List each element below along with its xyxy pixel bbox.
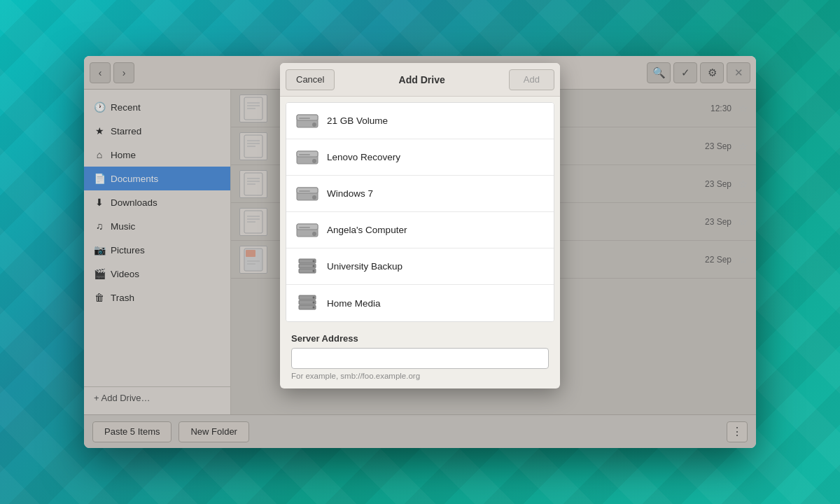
server-address-input[interactable] [291, 348, 549, 369]
drive-item-21gb[interactable]: 21 GB Volume [286, 103, 554, 139]
svg-point-41 [313, 270, 315, 272]
svg-point-26 [312, 159, 316, 163]
svg-point-47 [313, 307, 315, 309]
file-manager-window: ‹ › Home ▶ Documents 🔍 ✓ ⚙ ✕ 🕐 Recent ★ … [84, 56, 756, 448]
drive-list: 21 GB Volume Lenovo Recovery [286, 102, 554, 322]
drive-label: Home Media [327, 298, 381, 309]
svg-rect-27 [299, 154, 310, 155]
nas-icon [296, 294, 318, 312]
svg-point-45 [313, 297, 315, 299]
server-hint: For example, smb://foo.example.org [291, 372, 549, 380]
add-button[interactable]: Add [509, 69, 554, 90]
svg-point-46 [313, 302, 315, 304]
svg-rect-23 [299, 118, 310, 119]
drive-item-lenovo[interactable]: Lenovo Recovery [286, 139, 554, 176]
drive-label: Lenovo Recovery [327, 152, 400, 162]
svg-point-39 [313, 260, 315, 262]
modal-header: Cancel Add Drive Add [280, 63, 560, 97]
drive-label: Angela's Computer [327, 225, 407, 235]
svg-point-40 [313, 265, 315, 267]
hdd-icon [296, 185, 318, 203]
hdd-icon [296, 148, 318, 167]
drive-item-angelas-computer[interactable]: Angela's Computer [286, 212, 554, 248]
drive-label: Windows 7 [327, 188, 373, 199]
svg-point-30 [312, 195, 316, 200]
drive-item-university-backup[interactable]: University Backup [286, 248, 554, 285]
svg-point-22 [312, 122, 316, 127]
cancel-button[interactable]: Cancel [286, 69, 335, 90]
add-drive-modal: Cancel Add Drive Add 21 GB Vol [280, 63, 560, 388]
server-address-label: Server Address [291, 333, 549, 344]
nas-icon [296, 258, 318, 276]
server-address-section: Server Address For example, smb://foo.ex… [280, 328, 560, 388]
svg-point-34 [312, 232, 316, 236]
modal-title: Add Drive [337, 74, 505, 85]
svg-rect-31 [299, 190, 310, 192]
drive-item-windows7[interactable]: Windows 7 [286, 176, 554, 212]
hdd-icon [296, 112, 318, 130]
drive-item-home-media[interactable]: Home Media [286, 285, 554, 321]
drive-label: University Backup [327, 261, 402, 272]
svg-rect-35 [299, 227, 310, 228]
drive-label: 21 GB Volume [327, 115, 388, 126]
modal-overlay: Cancel Add Drive Add 21 GB Vol [84, 56, 756, 448]
hdd-icon [296, 221, 318, 239]
